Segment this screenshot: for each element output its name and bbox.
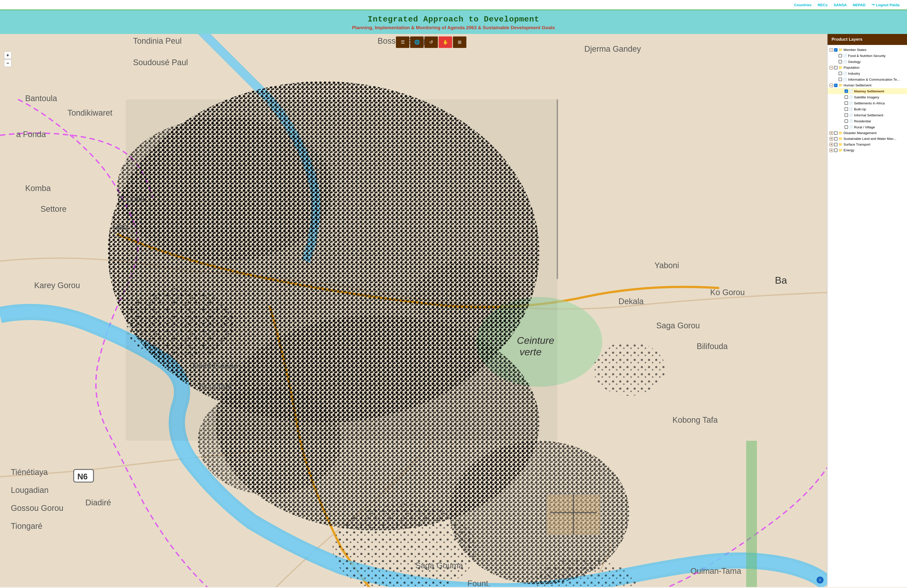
svg-text:Bantoula: Bantoula [25,94,57,103]
checkbox-sustainable-land[interactable] [834,137,838,141]
svg-text:Karey Gorou: Karey Gorou [34,281,80,290]
svg-text:Bilifouda: Bilifouda [697,342,728,351]
layer-label-ict: Information & Communication Te... [848,78,900,81]
svg-text:Djerma Gandey: Djerma Gandey [585,45,641,53]
layer-label-rural-village: Rural / Village [854,125,875,129]
refresh-button[interactable]: ↺ [425,37,438,48]
layer-label-sustainable-land: Sustainable Land and Water Man... [843,137,896,141]
folder-icon-sustainable-land: 📁 [838,137,843,141]
svg-text:a Fonda: a Fonda [16,130,46,139]
expand-icon-energy[interactable]: + [830,149,833,152]
svg-text:Gossou Gorou: Gossou Gorou [11,503,64,513]
checkbox-built-up[interactable] [845,107,848,111]
checkbox-rural-village[interactable] [845,125,848,129]
layer-item-built-up[interactable]: 📄Built-Up [828,106,907,112]
grid-button[interactable]: ⊞ [453,37,466,48]
list-button[interactable]: ☰ [396,37,410,48]
layer-item-niamey-settlement[interactable]: 📄Niamey Settlement [828,88,907,94]
checkbox-satellite-imagery[interactable] [845,95,848,99]
checkbox-settlements-africa[interactable] [845,101,848,105]
checkbox-industry[interactable] [838,72,842,75]
svg-text:Saga Gouma: Saga Gouma [415,561,463,570]
header-banner: Integrated Approach to Development Plann… [0,10,907,34]
logout-link[interactable]: ↪ Logout Paida [872,3,899,7]
layer-item-settlements-africa[interactable]: 📄Settlements in Africa [828,100,907,106]
doc-icon-food-nutrition: 📄 [843,54,847,58]
doc-icon-built-up: 📄 [849,107,853,111]
layer-item-member-states[interactable]: −📁Member States [828,47,907,53]
checkbox-surface-transport[interactable] [834,143,838,146]
main-content: + − [0,34,907,587]
expand-icon-sustainable-land[interactable]: + [830,137,833,141]
layer-label-energy: Energy [843,148,854,152]
expand-icon-disaster-management[interactable]: + [830,131,833,135]
checkbox-population[interactable] [834,66,838,69]
folder-icon-disaster-management: 📁 [838,131,843,135]
folder-icon-population: 📁 [838,66,843,69]
expand-icon-population[interactable]: − [830,66,833,69]
zoom-in-button[interactable]: + [4,51,11,59]
svg-text:Saga Gorou: Saga Gorou [656,321,700,330]
checkbox-ict[interactable] [838,78,842,81]
layer-item-satellite-imagery[interactable]: 📄Satellite Imagery [828,94,907,100]
checkbox-disaster-management[interactable] [834,131,838,135]
layer-item-residential[interactable]: 📄Residential [828,118,907,124]
folder-icon-energy: 📁 [838,148,843,152]
layer-item-informal-settlement[interactable]: 📄Informal Settlement [828,112,907,118]
svg-text:Tondikiwaret: Tondikiwaret [67,109,112,117]
globe-button[interactable]: 🌐 [410,37,424,48]
layer-label-settlements-africa: Settlements in Africa [854,101,885,105]
layer-label-surface-transport: Surface Transport [843,142,870,146]
layer-label-disaster-management: Disaster Management [843,131,877,135]
expand-icon-human-settlement[interactable]: − [830,84,833,87]
checkbox-energy[interactable] [834,149,838,152]
svg-text:Settore: Settore [40,205,66,214]
zoom-out-button[interactable]: − [4,59,11,67]
nepad-link[interactable]: NEPAD [853,3,865,7]
info-button[interactable]: i [817,577,824,583]
expand-icon-surface-transport[interactable]: + [830,143,833,146]
svg-point-17 [117,117,333,261]
svg-text:N6: N6 [77,472,87,481]
layer-label-geology: Geology [848,60,861,64]
layer-label-satellite-imagery: Satellite Imagery [854,95,879,99]
layer-item-food-nutrition[interactable]: 📄Food & Nutrition Security [828,53,907,59]
checkbox-human-settlement[interactable] [834,84,838,87]
map-area[interactable]: + − [0,34,827,587]
svg-text:Fount.: Fount. [468,579,490,587]
svg-text:Kobong Tafa: Kobong Tafa [672,415,718,425]
layer-item-population[interactable]: −📁Population [828,65,907,70]
layer-item-ict[interactable]: 📄Information & Communication Te... [828,77,907,82]
doc-icon-niamey-settlement: 📄 [849,89,853,93]
layer-item-rural-village[interactable]: 📄Rural / Village [828,124,907,130]
checkbox-food-nutrition[interactable] [838,54,842,58]
layer-item-energy[interactable]: +📁Energy [828,147,907,153]
hand-button[interactable]: ✋ [439,37,452,48]
checkbox-residential[interactable] [845,119,848,123]
layer-item-geology[interactable]: 📄Geology [828,59,907,65]
checkbox-informal-settlement[interactable] [845,113,848,117]
sansa-link[interactable]: SANSA [833,3,847,7]
svg-text:Soudousé Paul: Soudousé Paul [133,58,188,67]
checkbox-member-states[interactable] [834,48,838,52]
svg-text:Tiénétiaya: Tiénétiaya [11,468,48,477]
layer-item-human-settlement[interactable]: −📁Human Settlement [828,82,907,88]
layer-item-disaster-management[interactable]: +📁Disaster Management [828,130,907,136]
layer-label-industry: Industry [848,72,860,75]
svg-text:Gao: Gao [112,222,128,232]
svg-text:Ba: Ba [775,275,787,286]
checkbox-niamey-settlement[interactable] [845,89,848,93]
layer-tree: −📁Member States📄Food & Nutrition Securit… [828,45,907,587]
svg-text:Toumia: Toumia [119,195,145,203]
recs-link[interactable]: RECs [817,3,828,7]
doc-icon-residential: 📄 [849,119,853,123]
layer-item-sustainable-land[interactable]: +📁Sustainable Land and Water Man... [828,136,907,142]
svg-point-20 [593,342,665,396]
layer-item-surface-transport[interactable]: +📁Surface Transport [828,142,907,147]
layer-item-industry[interactable]: 📄Industry [828,70,907,77]
expand-icon-member-states[interactable]: − [830,48,833,52]
layer-label-food-nutrition: Food & Nutrition Security [848,54,886,58]
countries-link[interactable]: Countries [794,3,812,7]
checkbox-geology[interactable] [838,60,842,64]
svg-text:Yaboni: Yaboni [654,261,679,270]
